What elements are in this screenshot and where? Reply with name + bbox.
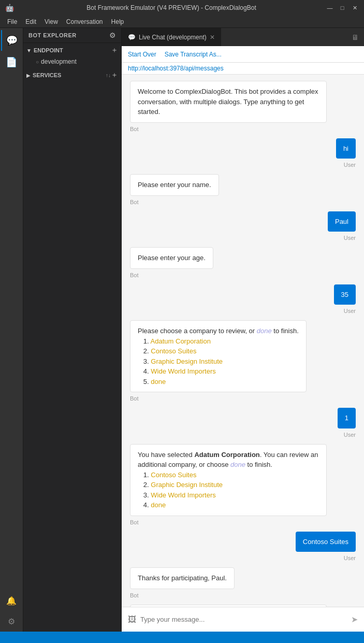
development-item[interactable]: ○ development: [23, 56, 121, 67]
message-row-5: Please enter your age.: [130, 247, 356, 269]
main-layout: 💬 📄 🔔 ⚙ BOT EXPLORER ⚙ ▼ ENDPOINT ＋: [0, 28, 364, 632]
message-row-6: 35: [130, 284, 356, 305]
sidebar-icon-chat[interactable]: 💬: [1, 30, 22, 51]
message-row-9: You have selected Adatum Corporation. Yo…: [130, 444, 356, 516]
services-count: ↑↓: [106, 73, 111, 78]
bot-bubble-5: Please enter your age.: [130, 247, 213, 269]
chat-tab-icon: 💬: [128, 34, 136, 41]
message-row-10: Contoso Suites: [130, 532, 356, 552]
menu-view[interactable]: View: [40, 17, 62, 26]
sidebar: 💬 📄 🔔 ⚙ BOT EXPLORER ⚙ ▼ ENDPOINT ＋: [0, 28, 122, 632]
endpoint-add-icon[interactable]: ＋: [111, 46, 118, 55]
send-button[interactable]: ➤: [351, 615, 358, 624]
message-label-10: User: [130, 555, 356, 561]
message-group-4: Paul User: [130, 211, 356, 241]
chat-tab-label: Live Chat (development): [139, 34, 207, 41]
close-button[interactable]: ✕: [351, 4, 359, 12]
message-row-4: Paul: [130, 211, 356, 232]
bot-bubble-3: Please enter your name.: [130, 174, 219, 196]
menu-help[interactable]: Help: [107, 17, 128, 26]
bot-bubble-7: Please choose a company to review, or do…: [130, 320, 307, 392]
sidebar-icon-document[interactable]: 📄: [1, 52, 22, 73]
message-label-2: User: [130, 162, 356, 168]
message-row-8: 1: [130, 408, 356, 428]
list-item2-4: done: [151, 501, 166, 509]
list-item-5: done: [151, 378, 166, 385]
menu-edit[interactable]: Edit: [21, 17, 40, 26]
sidebar-icon-rail: 💬 📄 🔔 ⚙: [0, 28, 23, 632]
user-bubble-6: 35: [334, 284, 356, 305]
selected-company: Adatum Corporation: [194, 451, 259, 459]
user-bubble-4: Paul: [328, 211, 356, 232]
user-bubble-2: hi: [336, 138, 356, 159]
services-add-icon[interactable]: ＋: [111, 70, 118, 80]
menu-conversation[interactable]: Conversation: [62, 17, 107, 26]
app-icon: 🤖: [5, 4, 14, 12]
message-row-11: Thanks for participating, Paul.: [130, 567, 356, 589]
user-bubble-10: Contoso Suites: [296, 532, 356, 552]
sidebar-icon-settings[interactable]: ⚙: [1, 611, 22, 632]
user-bubble-8: 1: [338, 408, 356, 428]
message-row-1: Welcome to ComplexDialogBot. This bot pr…: [130, 81, 356, 123]
message-group-5: Please enter your age. Bot: [130, 247, 356, 278]
services-label: SERVICES: [33, 72, 104, 78]
services-header[interactable]: ▶ SERVICES ↑↓ ＋: [23, 69, 121, 81]
endpoint-label: ENDPOINT: [34, 47, 111, 53]
sidebar-icon-bell[interactable]: 🔔: [1, 590, 22, 611]
message-group-7: Please choose a company to review, or do…: [130, 320, 356, 402]
list-item2-2: Graphic Design Institute: [151, 481, 223, 489]
message-label-5: Bot: [130, 272, 356, 278]
development-icon: ○: [36, 59, 39, 65]
message-row-2: hi: [130, 138, 356, 159]
window-title: Bot Framework Emulator (V4 PREVIEW) - Co…: [17, 4, 326, 11]
maximize-button[interactable]: □: [338, 4, 346, 12]
services-arrow: ▶: [26, 73, 31, 78]
save-transcript-button[interactable]: Save Transcript As...: [165, 51, 222, 58]
bot-explorer-header: BOT EXPLORER ⚙: [23, 28, 121, 43]
list-item-1: Adatum Corporation: [151, 337, 211, 345]
message-group-11: Thanks for participating, Paul. Bot: [130, 567, 356, 598]
message-label-3: Bot: [130, 199, 356, 205]
minimize-button[interactable]: —: [326, 4, 334, 12]
chat-tabs-bar: 💬 Live Chat (development) ✕ 🖥: [122, 28, 364, 46]
message-label-6: User: [130, 308, 356, 314]
bot-explorer-title: BOT EXPLORER: [28, 32, 77, 38]
bottom-status-bar: [0, 632, 364, 643]
menu-file[interactable]: File: [3, 17, 21, 26]
start-over-button[interactable]: Start Over: [128, 51, 156, 58]
chat-toolbar: Start Over Save Transcript As...: [122, 46, 364, 63]
chat-messages: Welcome to ComplexDialogBot. This bot pr…: [122, 75, 364, 607]
services-section: ▶ SERVICES ↑↓ ＋: [23, 68, 121, 82]
endpoint-header[interactable]: ▼ ENDPOINT ＋: [23, 44, 121, 56]
development-label: development: [41, 58, 77, 65]
window-controls: — □ ✕: [326, 4, 359, 12]
list-item2-1: Contoso Suites: [151, 471, 196, 479]
done-text-2: done: [230, 461, 245, 468]
message-label-8: User: [130, 432, 356, 438]
api-url: http://localhost:3978/api/messages: [122, 63, 364, 75]
live-chat-tab[interactable]: 💬 Live Chat (development) ✕: [122, 28, 222, 46]
message-group-8: 1 User: [130, 408, 356, 438]
message-label-11: Bot: [130, 592, 356, 598]
list-item-2: Contoso Suites: [151, 347, 196, 355]
message-group-9: You have selected Adatum Corporation. Yo…: [130, 444, 356, 525]
sidebar-tree: BOT EXPLORER ⚙ ▼ ENDPOINT ＋ ○ developmen…: [23, 28, 121, 632]
message-group-2: hi User: [130, 138, 356, 168]
monitor-icon[interactable]: 🖥: [346, 33, 364, 41]
message-label-1: Bot: [130, 126, 356, 132]
message-input[interactable]: [140, 616, 347, 623]
done-text-1: done: [257, 327, 272, 335]
bot-bubble-11: Thanks for participating, Paul.: [130, 567, 235, 589]
message-group-10: Contoso Suites User: [130, 532, 356, 562]
list-item2-3: Wide World Importers: [151, 491, 215, 499]
chat-input-area: 🖼 ➤: [122, 607, 364, 632]
chat-tab-close-icon[interactable]: ✕: [210, 34, 215, 41]
message-group-3: Please enter your name. Bot: [130, 174, 356, 205]
message-label-9: Bot: [130, 519, 356, 525]
message-label-7: Bot: [130, 395, 356, 402]
attachment-icon[interactable]: 🖼: [128, 615, 136, 624]
message-group-6: 35 User: [130, 284, 356, 315]
chat-area: 💬 Live Chat (development) ✕ 🖥 Start Over…: [122, 28, 364, 632]
message-label-4: User: [130, 235, 356, 241]
sidebar-gear-icon[interactable]: ⚙: [109, 31, 116, 39]
